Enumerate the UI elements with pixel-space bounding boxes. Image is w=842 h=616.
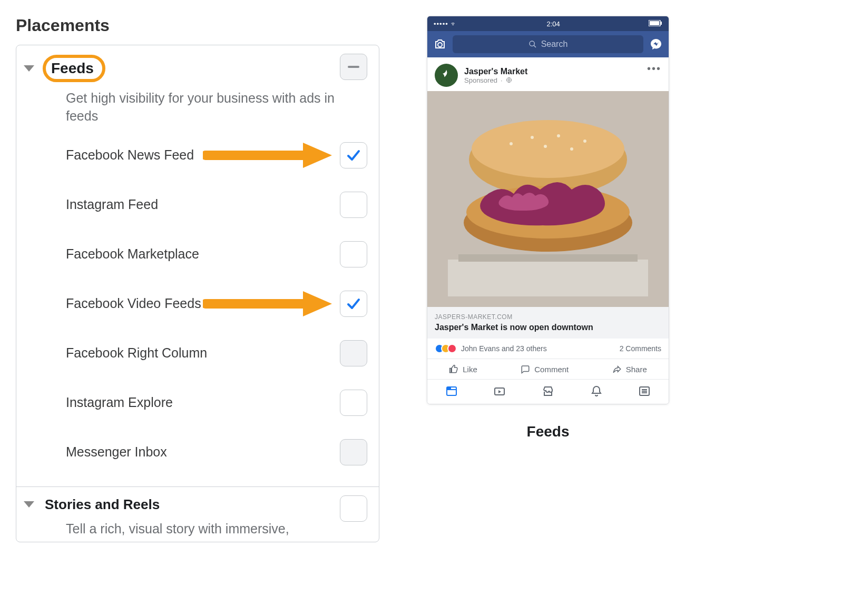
tab-marketplace-icon[interactable] bbox=[541, 385, 555, 398]
phone-statusbar: ••••• ᯤ 2:04 bbox=[427, 16, 669, 31]
link-card[interactable]: JASPERS-MARKET.COM Jasper's Market is no… bbox=[427, 307, 669, 339]
svg-rect-9 bbox=[458, 254, 638, 262]
svg-line-5 bbox=[534, 45, 536, 47]
checkbox[interactable] bbox=[340, 241, 367, 267]
option-facebook-news-feed[interactable]: Facebook News Feed bbox=[66, 131, 367, 180]
feeds-master-checkbox[interactable] bbox=[340, 54, 367, 80]
preview-caption: Feeds bbox=[527, 423, 570, 440]
option-messenger-inbox[interactable]: Messenger Inbox bbox=[66, 428, 367, 477]
svg-point-19 bbox=[570, 147, 573, 151]
ad-image[interactable] bbox=[427, 91, 669, 307]
caret-down-icon[interactable] bbox=[24, 501, 34, 508]
page-title: Placements bbox=[16, 16, 379, 35]
status-time: 2:04 bbox=[547, 20, 560, 28]
reactions-text: John Evans and 23 others bbox=[461, 344, 547, 353]
svg-point-18 bbox=[544, 145, 547, 148]
battery-icon bbox=[649, 20, 662, 28]
option-label: Instagram Explore bbox=[66, 395, 173, 410]
svg-point-16 bbox=[557, 134, 560, 137]
comment-button[interactable]: Comment bbox=[521, 364, 569, 374]
svg-rect-8 bbox=[448, 260, 648, 296]
search-placeholder: Search bbox=[541, 39, 568, 49]
option-label: Facebook Marketplace bbox=[66, 246, 199, 262]
option-label: Facebook Video Feeds bbox=[66, 296, 201, 311]
tab-menu-icon[interactable] bbox=[638, 385, 651, 398]
tab-watch-icon[interactable] bbox=[493, 385, 506, 398]
comment-label: Comment bbox=[534, 365, 569, 374]
option-label: Facebook News Feed bbox=[66, 147, 194, 163]
comments-count[interactable]: 2 Comments bbox=[620, 344, 661, 353]
section-feeds-description: Get high visibility for your business wi… bbox=[66, 90, 340, 125]
option-facebook-right-column[interactable]: Facebook Right Column bbox=[66, 329, 367, 378]
stories-master-checkbox[interactable] bbox=[340, 495, 367, 522]
option-label: Instagram Feed bbox=[66, 197, 158, 212]
ad-post: Jasper's Market Sponsored · ••• bbox=[427, 57, 669, 404]
section-stories-title: Stories and Reels bbox=[43, 496, 160, 513]
signal-icon: ••••• ᯤ bbox=[434, 20, 458, 28]
comment-icon bbox=[521, 364, 530, 374]
section-feeds-title: Feeds bbox=[43, 55, 105, 82]
section-stories-reels: Stories and Reels Tell a rich, visual st… bbox=[16, 487, 379, 538]
reactions-row[interactable]: John Evans and 23 others 2 Comments bbox=[427, 339, 669, 359]
svg-point-4 bbox=[530, 41, 534, 46]
feeds-options: Facebook News Feed Instagram Feed F bbox=[66, 131, 367, 477]
section-feeds: Feeds Get high visibility for your busin… bbox=[16, 45, 379, 487]
minus-icon bbox=[348, 66, 359, 68]
globe-icon bbox=[506, 77, 512, 83]
checkbox[interactable] bbox=[340, 390, 367, 416]
reaction-icons bbox=[435, 344, 457, 353]
svg-point-3 bbox=[438, 43, 442, 47]
search-input[interactable]: Search bbox=[453, 35, 643, 53]
svg-point-14 bbox=[510, 142, 513, 145]
checkbox[interactable] bbox=[340, 192, 367, 218]
post-action-row: Like Comment Share bbox=[427, 359, 669, 380]
like-button[interactable]: Like bbox=[449, 364, 477, 374]
annotation-arrow-icon bbox=[203, 288, 335, 320]
advertiser-name[interactable]: Jasper's Market bbox=[464, 67, 527, 76]
svg-point-17 bbox=[583, 140, 586, 143]
check-icon bbox=[346, 148, 361, 163]
checkbox[interactable] bbox=[340, 340, 367, 366]
checkbox[interactable] bbox=[340, 142, 367, 168]
link-title: Jasper's Market is now open downtown bbox=[435, 323, 661, 332]
like-icon bbox=[449, 364, 458, 374]
post-menu-icon[interactable]: ••• bbox=[647, 66, 661, 71]
check-icon bbox=[346, 296, 361, 311]
share-icon bbox=[612, 364, 622, 374]
sponsored-label: Sponsored bbox=[464, 76, 497, 84]
placements-panel: Feeds Get high visibility for your busin… bbox=[16, 45, 379, 542]
option-instagram-explore[interactable]: Instagram Explore bbox=[66, 378, 367, 428]
tab-feed-icon[interactable] bbox=[445, 385, 458, 398]
svg-rect-22 bbox=[447, 387, 451, 390]
svg-point-15 bbox=[531, 136, 534, 139]
search-icon bbox=[528, 40, 537, 48]
option-label: Messenger Inbox bbox=[66, 444, 167, 460]
option-facebook-video-feeds[interactable]: Facebook Video Feeds bbox=[66, 279, 367, 329]
advertiser-avatar[interactable] bbox=[435, 64, 458, 87]
section-stories-description: Tell a rich, visual story with immersive… bbox=[66, 520, 340, 538]
link-domain: JASPERS-MARKET.COM bbox=[435, 313, 661, 321]
messenger-icon[interactable] bbox=[650, 38, 662, 51]
svg-rect-1 bbox=[650, 21, 659, 25]
tab-notifications-icon[interactable] bbox=[590, 385, 603, 398]
annotation-arrow-icon bbox=[203, 140, 335, 171]
checkbox[interactable] bbox=[340, 439, 367, 465]
camera-icon[interactable] bbox=[434, 38, 446, 51]
svg-point-11 bbox=[472, 120, 624, 178]
fb-tab-bar bbox=[427, 380, 669, 404]
share-label: Share bbox=[626, 365, 647, 374]
svg-rect-2 bbox=[661, 22, 662, 25]
option-facebook-marketplace[interactable]: Facebook Marketplace bbox=[66, 230, 367, 279]
option-label: Facebook Right Column bbox=[66, 345, 207, 361]
share-button[interactable]: Share bbox=[612, 364, 647, 374]
like-label: Like bbox=[463, 365, 477, 374]
fb-top-nav: Search bbox=[427, 31, 669, 57]
checkbox[interactable] bbox=[340, 291, 367, 317]
ad-preview-phone: ••••• ᯤ 2:04 Search bbox=[427, 16, 669, 404]
option-instagram-feed[interactable]: Instagram Feed bbox=[66, 180, 367, 230]
caret-down-icon[interactable] bbox=[24, 65, 34, 72]
